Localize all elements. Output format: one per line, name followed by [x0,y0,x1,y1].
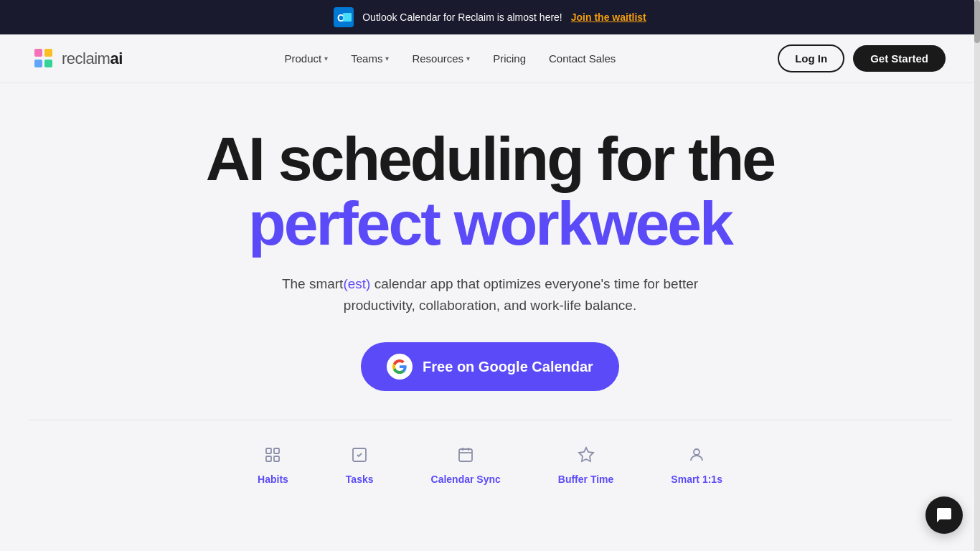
svg-rect-3 [266,448,271,453]
hero-headline-line2: perfect workweek [248,189,732,258]
svg-marker-12 [579,448,593,461]
svg-rect-5 [266,456,271,461]
tasks-icon [351,446,368,468]
buffer-time-label: Buffer Time [558,474,614,485]
logo-text: reclaimai [62,50,123,68]
cta-google-calendar[interactable]: Free on Google Calendar [361,342,619,391]
subtitle-highlight: (est) [343,276,370,291]
nav-item-pricing[interactable]: Pricing [483,47,536,70]
outlook-icon: O [334,7,357,27]
smart-1on1s-icon [688,446,705,468]
svg-point-13 [694,449,699,455]
get-started-button[interactable]: Get Started [853,45,946,72]
product-chevron-icon: ▾ [324,55,328,62]
svg-rect-4 [274,448,279,453]
feature-smart-1on1s[interactable]: Smart 1:1s [642,435,751,496]
buffer-time-icon [578,446,595,468]
feature-calendar-sync[interactable]: Calendar Sync [402,435,529,496]
google-g-svg [392,359,407,375]
logo-icon [34,49,55,69]
svg-rect-8 [459,449,472,461]
waitlist-link[interactable]: Join the waitlist [571,11,646,23]
nav-item-product[interactable]: Product ▾ [275,47,339,70]
feature-tasks[interactable]: Tasks [317,435,402,496]
nav-item-resources[interactable]: Resources ▾ [402,47,480,70]
google-icon [387,354,413,380]
logo-dot-pink [34,49,42,57]
logo-dot-yellow [44,49,52,57]
login-button[interactable]: Log In [778,44,844,72]
logo-suffix: ai [110,50,122,67]
feature-buffer-time[interactable]: Buffer Time [529,435,643,496]
habits-icon [264,446,281,468]
hero-subtitle: The smart(est) calendar app that optimiz… [260,273,720,317]
hero-headline-line1: AI scheduling for the [206,124,774,193]
calendar-sync-label: Calendar Sync [431,474,501,485]
chat-icon [936,507,953,524]
navbar: reclaimai Product ▾ Teams ▾ Resources ▾ … [0,34,980,83]
scrollbar[interactable] [974,0,980,551]
announcement-text: Outlook Calendar for Reclaim is almost h… [362,11,562,23]
subtitle-before: The smart [282,276,344,291]
cta-label: Free on Google Calendar [423,359,593,375]
announcement-bar: O Outlook Calendar for Reclaim is almost… [0,0,980,34]
nav-actions: Log In Get Started [778,44,946,72]
hero-headline: AI scheduling for the perfect workweek [206,126,774,256]
tasks-label: Tasks [346,474,374,485]
features-bar: Habits Tasks Calendar Sync Buffer Time S… [29,420,951,496]
logo-dot-green [44,60,52,67]
habits-label: Habits [258,474,288,485]
feature-habits[interactable]: Habits [229,435,317,496]
calendar-sync-icon [457,446,474,468]
nav-item-teams[interactable]: Teams ▾ [341,47,399,70]
logo-dot-blue [34,60,42,67]
svg-rect-6 [274,456,279,461]
smart-1on1s-label: Smart 1:1s [671,474,722,485]
nav-links: Product ▾ Teams ▾ Resources ▾ Pricing Co… [275,47,626,70]
svg-rect-2 [343,13,352,22]
chat-widget[interactable] [925,496,963,534]
scrollbar-thumb[interactable] [974,0,980,43]
hero-section: AI scheduling for the perfect workweek T… [0,83,980,525]
nav-item-contact-sales[interactable]: Contact Sales [539,47,626,70]
resources-chevron-icon: ▾ [466,55,470,62]
logo[interactable]: reclaimai [34,49,123,69]
teams-chevron-icon: ▾ [385,55,389,62]
subtitle-after: calendar app that optimizes everyone's t… [344,276,698,313]
